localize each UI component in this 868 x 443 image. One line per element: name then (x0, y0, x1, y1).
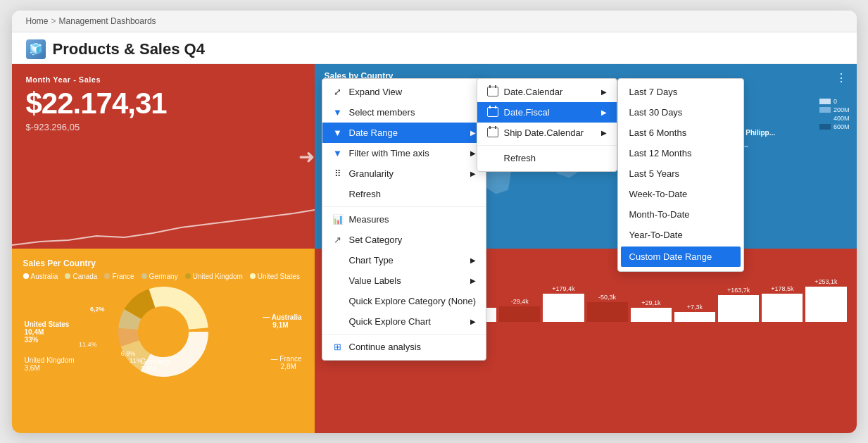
wf-col-9: +7,3k (674, 304, 715, 322)
submenu-date-calendar[interactable]: Date.Calendar ▶ (477, 82, 617, 102)
option-ytd[interactable]: Year-To-Date (618, 225, 743, 245)
quick-explore-chevron: ▶ (470, 318, 476, 325)
menu-expand-view[interactable]: ⤢ Expand View (322, 82, 486, 102)
menu-set-category[interactable]: ↗ Set Category (322, 230, 486, 250)
legend-400m: 400M (834, 115, 850, 122)
menu-refresh[interactable]: Refresh (322, 184, 486, 204)
menu-chart-type[interactable]: Chart Type ▶ (322, 250, 486, 270)
menu-divider-2 (322, 334, 486, 335)
submenu-ship-date[interactable]: Ship Date.Calendar ▶ (477, 123, 617, 143)
date-cal-chevron: ▶ (601, 88, 607, 96)
arrow-right-icon: ➜ (298, 144, 315, 168)
wf-col-12: +253,1k (805, 278, 846, 322)
wf-col-8: +29,1k (631, 299, 672, 322)
wf-col-10: +163,7k (718, 287, 759, 322)
legend-200m: 200M (834, 106, 850, 113)
option-custom[interactable]: Custom Date Range (621, 247, 741, 267)
sales-big-value: $22.174,31 (26, 87, 301, 120)
map-legend: 0 200M 400M 600M (819, 98, 850, 130)
context-menu-level1[interactable]: ⤢ Expand View ▼ Select members ▼ Date Ra… (322, 78, 487, 361)
us-label: United States (25, 320, 70, 327)
pct-62: 6,2% (90, 306, 105, 313)
page-title-bar: 🧊 Products & Sales Q4 (12, 32, 857, 64)
legend-us: United States (258, 273, 300, 280)
menu-quick-explore-cat[interactable]: Quick Explore Category (None) (322, 291, 486, 311)
set-category-icon: ↗ (332, 235, 344, 245)
fr-val: 2,8M (281, 363, 302, 370)
au-value: 9,1M (272, 321, 301, 329)
legend-600m: 600M (834, 123, 850, 130)
de-val: 3,5M (141, 366, 170, 373)
sales-sub-value: $-923.296,05 (26, 122, 301, 132)
legend-0: 0 (834, 98, 837, 105)
menu-granularity[interactable]: ⠿ Granularity ▶ (322, 163, 486, 184)
ship-date-chevron: ▶ (601, 129, 607, 137)
pct-114: 11.4% (79, 341, 97, 348)
wf-col-5: -29,4k (499, 282, 540, 322)
breadcrumb: Home > Management Dashboards (12, 11, 857, 32)
uk-pct: 3,6M (25, 364, 75, 372)
legend-australia: Australia (31, 273, 58, 280)
svg-point-6 (138, 306, 189, 357)
us-value: 10,4M (25, 327, 70, 335)
value-labels-chevron: ▶ (470, 277, 476, 285)
wf-col-6: +179,4k (543, 285, 584, 322)
option-last5y[interactable]: Last 5 Years (618, 163, 743, 184)
breadcrumb-home[interactable]: Home (26, 16, 49, 26)
option-wtd[interactable]: Week-To-Date (618, 184, 743, 204)
menu-continue-analysis[interactable]: ⊞ Continue analysis (322, 337, 486, 357)
menu-select-members[interactable]: ▼ Select members (322, 102, 486, 123)
us-pct: 33% (25, 335, 70, 343)
widget-country: Sales Per Country Australia Canada Franc… (12, 249, 315, 433)
expand-icon: ⤢ (332, 87, 344, 97)
chart-type-chevron: ▶ (470, 256, 476, 264)
breadcrumb-section[interactable]: Management Dashboards (59, 16, 156, 26)
option-last30[interactable]: Last 30 Days (618, 102, 743, 123)
legend-france: France (112, 273, 134, 280)
wf-col-7: -50,3k (587, 282, 628, 322)
fr-label: — France (271, 355, 302, 363)
menu-date-range[interactable]: ▼ Date Range ▶ (322, 123, 486, 143)
sparkline-chart (12, 206, 315, 249)
granularity-icon: ⠿ (332, 168, 344, 179)
option-last7[interactable]: Last 7 Days (618, 82, 743, 102)
uk-label: United Kingdom (25, 356, 75, 364)
context-submenu-level2[interactable]: Date.Calendar ▶ Date.Fiscal ▶ Ship Date.… (477, 78, 617, 172)
au-label: — Australia (263, 313, 301, 321)
app-window: Home > Management Dashboards 🧊 Products … (12, 11, 857, 433)
filter-icon: ▼ (332, 107, 344, 118)
menu-quick-explore-chart[interactable]: Quick Explore Chart ▶ (322, 311, 486, 332)
option-last12m[interactable]: Last 12 Months (618, 143, 743, 163)
wf-col-11: +178,5k (762, 285, 803, 322)
legend-germany: Germany (149, 273, 178, 280)
legend-uk: United Kingdom (193, 273, 243, 280)
date-fiscal-chevron: ▶ (601, 108, 607, 116)
menu-filter-time[interactable]: ▼ Filter with Time axis ▶ (322, 143, 486, 163)
menu-divider-1 (322, 206, 486, 207)
context-submenu-level3[interactable]: Last 7 Days Last 30 Days Last 6 Months L… (617, 78, 744, 272)
submenu-date-fiscal[interactable]: Date.Fiscal ▶ (477, 102, 617, 123)
menu-measures[interactable]: 📊 Measures (322, 209, 486, 230)
sales-widget-title: Month Year - Sales (26, 75, 301, 84)
calendar-icon (487, 87, 498, 96)
option-mtd[interactable]: Month-To-Date (618, 204, 743, 225)
ship-cal-icon (487, 127, 498, 137)
breadcrumb-sep: > (51, 16, 56, 26)
map-options-icon[interactable]: ⋮ (836, 71, 847, 85)
pct-11: 11% (130, 357, 142, 364)
granularity-chevron: ▶ (470, 170, 476, 177)
submenu2-divider (477, 145, 617, 146)
de-label: Germany (141, 358, 170, 366)
philippines-label: Philipp... (746, 129, 775, 137)
pct-68: 6,8% (121, 350, 136, 357)
cube-icon: 🧊 (26, 39, 46, 59)
date-range-chevron: ▶ (470, 129, 476, 137)
submenu-refresh[interactable]: Refresh (477, 148, 617, 168)
filter-active-icon: ▼ (332, 127, 344, 138)
measures-icon: 📊 (332, 214, 344, 225)
menu-value-labels[interactable]: Value Labels ▶ (322, 270, 486, 291)
continue-icon: ⊞ (332, 342, 344, 352)
country-legend: Australia Canada France Germany United K… (23, 273, 303, 280)
page-title: Products & Sales Q4 (53, 40, 205, 58)
option-last6m[interactable]: Last 6 Months (618, 123, 743, 143)
